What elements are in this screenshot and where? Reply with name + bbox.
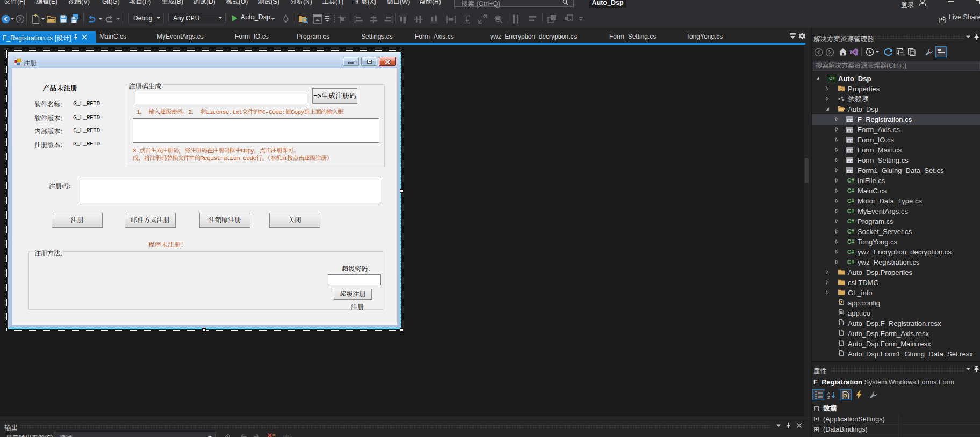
- svg-text:ab: ab: [283, 433, 289, 437]
- svg-text:Z: Z: [827, 395, 830, 399]
